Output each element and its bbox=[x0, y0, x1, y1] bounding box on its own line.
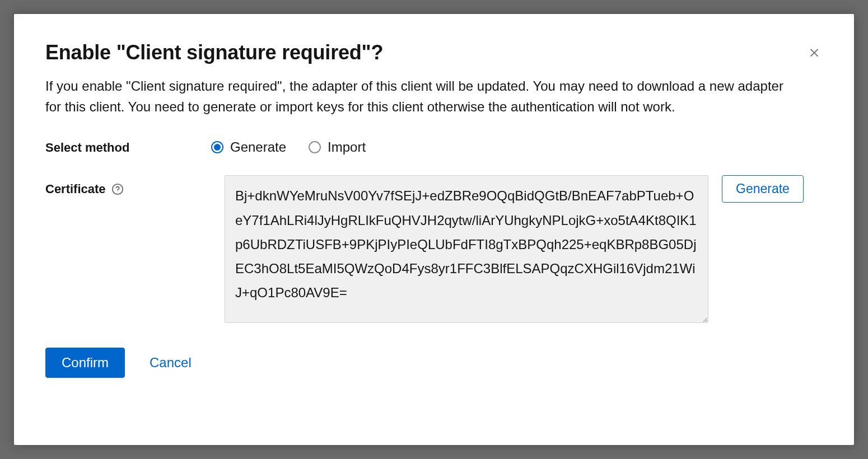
select-method-label: Select method bbox=[45, 139, 211, 155]
radio-label-import: Import bbox=[328, 139, 366, 155]
background-content bbox=[0, 0, 14, 459]
select-method-row: Select method Generate Import bbox=[45, 139, 823, 155]
certificate-textarea[interactable] bbox=[225, 175, 708, 323]
generate-column: Generate bbox=[722, 175, 823, 203]
svg-point-0 bbox=[112, 184, 122, 194]
confirm-button[interactable]: Confirm bbox=[45, 348, 125, 378]
dialog-description: If you enable "Client signature required… bbox=[45, 76, 785, 117]
cancel-button[interactable]: Cancel bbox=[150, 355, 192, 371]
dialog-title: Enable "Client signature required"? bbox=[45, 41, 383, 64]
radio-option-generate[interactable]: Generate bbox=[211, 139, 286, 155]
close-icon bbox=[808, 44, 820, 62]
method-radio-group: Generate Import bbox=[211, 139, 366, 155]
close-button[interactable] bbox=[806, 43, 823, 63]
certificate-label: Certificate bbox=[45, 175, 211, 196]
radio-icon bbox=[211, 141, 223, 153]
dialog-header: Enable "Client signature required"? bbox=[45, 41, 823, 64]
help-icon[interactable] bbox=[111, 183, 124, 195]
dialog-footer: Confirm Cancel bbox=[45, 348, 823, 378]
radio-icon bbox=[309, 141, 321, 153]
certificate-label-text: Certificate bbox=[45, 182, 106, 196]
certificate-row: Certificate Generate bbox=[45, 175, 823, 323]
confirm-dialog: Enable "Client signature required"? If y… bbox=[14, 14, 854, 445]
radio-label-generate: Generate bbox=[230, 139, 286, 155]
svg-point-1 bbox=[117, 192, 118, 193]
radio-option-import[interactable]: Import bbox=[309, 139, 366, 155]
generate-button[interactable]: Generate bbox=[722, 175, 804, 203]
